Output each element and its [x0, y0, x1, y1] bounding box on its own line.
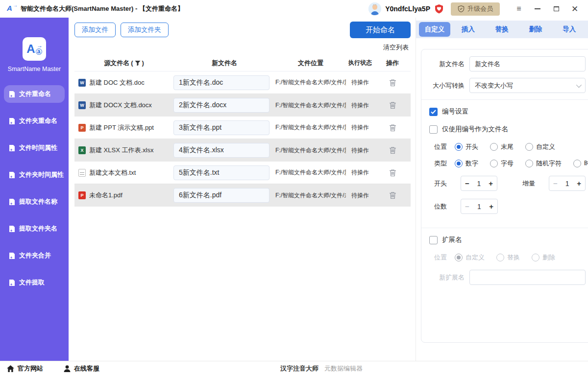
radio-selected-disabled-icon — [455, 254, 463, 261]
app-menu-button[interactable]: ≡ — [511, 2, 527, 16]
sidebar-item-folder-time[interactable]: 文件夹时间属性 — [4, 166, 65, 184]
tab-insert[interactable]: 插入 — [451, 25, 485, 34]
type-option-time[interactable]: 时间 — [573, 159, 588, 168]
official-website-link[interactable]: 官方网站 — [7, 364, 43, 373]
start-number-stepper: − 1 + — [461, 176, 497, 191]
online-support-label: 在线客服 — [74, 364, 99, 373]
extension-checkbox-row[interactable]: 扩展名 — [429, 235, 586, 244]
file-path: F:/智能文件命名大师/文件/新 — [275, 78, 346, 87]
radio-label: 时间 — [584, 159, 588, 168]
sidebar-item-folder-rename[interactable]: 文件夹重命名 — [4, 112, 65, 130]
new-name-input[interactable] — [173, 143, 270, 158]
digits-stepper: − 1 + — [461, 199, 498, 214]
new-name-cell — [173, 188, 275, 203]
type-option-random[interactable]: 随机字符 — [525, 159, 562, 168]
position-option-end[interactable]: 末尾 — [490, 142, 514, 151]
plus-button[interactable]: + — [489, 202, 493, 211]
new-name-cell — [173, 98, 275, 113]
sidebar-item-file-time[interactable]: 文件时间属性 — [4, 139, 65, 157]
source-filename: 新建 PPT 演示文稿.ppt — [89, 123, 154, 132]
window-controls: ≡ ✕ — [511, 2, 583, 16]
sidebar-item-extract-foldername[interactable]: 提取文件夹名 — [4, 220, 65, 237]
plus-button[interactable]: + — [577, 179, 581, 188]
upgrade-member-button[interactable]: 升级会员 — [451, 2, 500, 16]
delete-row-icon[interactable] — [389, 191, 396, 199]
start-rename-button[interactable]: 开始命名 — [350, 22, 411, 38]
sidebar-item-extract-filename[interactable]: 提取文件名称 — [4, 193, 65, 211]
digits-label: 位数 — [429, 202, 447, 211]
clear-list-button[interactable]: 清空列表 — [383, 43, 409, 52]
source-cell: W新建 DOCX 文档.docx — [74, 101, 173, 110]
numbering-checkbox-row[interactable]: 编号设置 — [429, 107, 586, 116]
plus-button[interactable]: + — [489, 179, 493, 188]
ext-option-delete: 删除 — [532, 253, 555, 262]
only-number-checkbox[interactable] — [429, 125, 438, 134]
delete-row-icon[interactable] — [389, 124, 396, 132]
type-label: 类型 — [429, 159, 447, 168]
position-radio-row: 位置 开头 末尾 自定义 — [429, 142, 586, 151]
word-icon: W — [78, 101, 86, 109]
document-icon — [9, 252, 15, 259]
ext-position-radio-row: 位置 自定义 替换 删除 — [429, 253, 586, 262]
tab-import[interactable]: 导入 — [552, 25, 586, 34]
case-convert-select[interactable]: 不改变大小写 — [469, 78, 586, 93]
type-option-number[interactable]: 数字 — [455, 159, 478, 168]
app-logo-letter: A — [7, 4, 12, 12]
source-filename: 新建 XLSX 工作表.xlsx — [89, 146, 153, 155]
new-name-input[interactable] — [173, 188, 270, 203]
position-label: 位置 — [429, 142, 447, 151]
minimize-button[interactable] — [529, 2, 546, 16]
sidebar-item-label: 文件夹重命名 — [19, 117, 57, 125]
close-button[interactable]: ✕ — [566, 2, 583, 16]
filter-icon[interactable] — [135, 60, 141, 66]
sidebar-item-folder-merge[interactable]: 文件夹合并 — [4, 247, 65, 264]
new-name-input[interactable] — [173, 120, 270, 135]
document-icon — [9, 91, 15, 98]
radio-label: 数字 — [466, 159, 478, 168]
username[interactable]: Y0ndfcLlya5P — [385, 5, 430, 13]
position-option-custom[interactable]: 自定义 — [525, 142, 555, 151]
pinyin-master-link[interactable]: 汉字注音大师 — [280, 364, 318, 373]
source-filename: 未命名1.pdf — [89, 191, 122, 200]
table-row: X新建 XLSX 工作表.xlsx F:/智能文件命名大师/文件/新 待操作 — [74, 139, 411, 162]
user-avatar[interactable] — [368, 2, 381, 15]
app-window: A→ 智能文件命名大师(SmartName Master) - 【文件重命名】 … — [0, 0, 588, 376]
tab-delete[interactable]: 删除 — [519, 25, 553, 34]
sidebar-item-file-rename[interactable]: 文件重命名 — [4, 85, 65, 103]
tab-custom[interactable]: 自定义 — [419, 22, 450, 37]
panel-tabs: 自定义 插入 替换 删除 导入 — [416, 21, 588, 38]
vip-badge-icon — [434, 4, 444, 14]
type-option-letter[interactable]: 字母 — [490, 159, 514, 168]
sidebar-nav: 文件重命名 文件夹重命名 文件时间属性 文件夹时间属性 提取文件名称 提取文件夹… — [0, 85, 69, 291]
delete-row-icon[interactable] — [389, 101, 396, 109]
new-name-input[interactable] — [173, 165, 270, 180]
metadata-editor-link[interactable]: 元数据编辑器 — [324, 364, 363, 373]
add-file-button[interactable]: 添加文件 — [74, 23, 116, 37]
minus-button[interactable]: − — [465, 179, 469, 188]
online-support-link[interactable]: 在线客服 — [64, 364, 99, 373]
delete-row-icon[interactable] — [389, 169, 396, 177]
position-option-start[interactable]: 开头 — [455, 142, 478, 151]
extension-checkbox[interactable] — [429, 236, 438, 244]
maximize-button[interactable] — [548, 2, 564, 16]
add-folder-button[interactable]: 添加文件夹 — [121, 23, 169, 37]
table-row: W新建 DOC 文档.doc F:/智能文件命名大师/文件/新 待操作 — [74, 71, 411, 94]
table-header: 源文件名 ( ) 新文件名 文件位置 执行状态 操作 — [74, 55, 411, 71]
settings-panel: 自定义 插入 替换 删除 导入 新文件名 大小写转换 不改变大小写 编号设置 — [416, 18, 588, 361]
source-cell: W新建 DOC 文档.doc — [74, 78, 173, 87]
new-name-input[interactable] — [173, 75, 270, 90]
radio-icon — [525, 160, 533, 167]
new-name-field[interactable] — [469, 56, 586, 71]
upgrade-member-label: 升级会员 — [467, 4, 493, 13]
delete-row-icon[interactable] — [389, 79, 396, 87]
radio-disabled-icon — [496, 254, 504, 261]
only-number-checkbox-row[interactable]: 仅使用编号作为文件名 — [429, 125, 586, 134]
sidebar-item-file-extract[interactable]: 文件提取 — [4, 274, 65, 291]
txt-icon — [78, 169, 86, 177]
numbering-checkbox[interactable] — [429, 108, 438, 116]
new-name-input[interactable] — [173, 98, 270, 113]
delete-row-icon[interactable] — [389, 146, 396, 154]
sidebar-item-label: 文件夹合并 — [19, 251, 51, 260]
tab-replace[interactable]: 替换 — [485, 25, 519, 34]
source-filename: 新建 DOC 文档.doc — [89, 78, 145, 87]
